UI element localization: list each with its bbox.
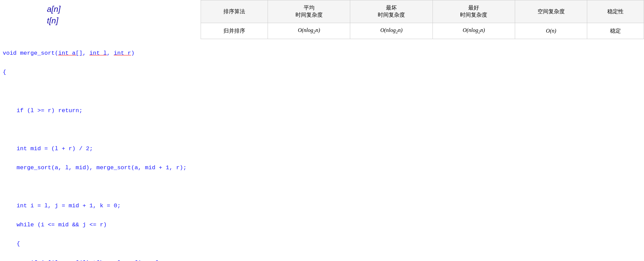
code-line-blank2	[3, 125, 194, 135]
complexity-table: 排序算法 平均 时间复杂度 最坏 时间复杂度 最好 时间复杂度 空间复杂度	[201, 0, 644, 39]
right-panel: 排序算法 平均 时间复杂度 最坏 时间复杂度 最好 时间复杂度 空间复杂度	[194, 0, 644, 261]
param-int-r: int r	[114, 50, 131, 56]
th-space-label: 空间复杂度	[518, 8, 584, 15]
handwritten-line-tn: t[n]	[47, 15, 194, 27]
param-int-l: int l	[89, 50, 107, 56]
code-line-while1: while (i <= mid && j <= r)	[3, 220, 194, 230]
th-worst: 最坏 时间复杂度	[350, 0, 433, 23]
code-line-mid: int mid = (l + r) / 2;	[3, 144, 194, 154]
th-avg: 平均 时间复杂度	[268, 0, 350, 23]
code-line-func-sig: void merge_sort(int a[], int l, int r)	[3, 49, 194, 58]
th-worst-label-top: 最坏	[353, 4, 429, 12]
th-best: 最好 时间复杂度	[433, 0, 515, 23]
th-stable-label: 稳定性	[590, 8, 641, 15]
param-int-a: int a[]	[58, 50, 82, 56]
code-line-blank3	[3, 182, 194, 192]
code-line-recursive: merge_sort(a, l, mid), merge_sort(a, mid…	[3, 163, 194, 173]
handwritten-annotations: a[n] t[n]	[47, 3, 194, 26]
comma2: ,	[107, 50, 114, 56]
best-complexity-value: O(nlog2n)	[463, 27, 485, 33]
comma1: ,	[83, 50, 89, 56]
th-stable: 稳定性	[587, 0, 644, 23]
code-block: void merge_sort(int a[], int l, int r) {…	[3, 30, 194, 261]
space-complexity-value: O(n)	[546, 28, 556, 34]
paren-close: )	[131, 50, 135, 56]
cell-space-complexity: O(n)	[515, 23, 587, 39]
worst-complexity-value: O(nlog2n)	[380, 27, 402, 33]
th-avg-label-bottom: 时间复杂度	[271, 12, 347, 19]
cell-best-complexity: O(nlog2n)	[433, 23, 515, 39]
code-line-blank1	[3, 87, 194, 96]
cell-stable: 稳定	[587, 23, 644, 39]
cell-algo-name: 归并排序	[201, 23, 268, 39]
cell-avg-complexity: O(nlog2n)	[268, 23, 350, 39]
left-panel: a[n] t[n] void merge_sort(int a[], int l…	[0, 0, 194, 261]
th-worst-label-bottom: 时间复杂度	[353, 12, 429, 19]
th-algo: 排序算法	[201, 0, 268, 23]
code-line-open-brace: {	[3, 68, 194, 77]
handwritten-line-an: a[n]	[47, 3, 194, 15]
code-line-if: if (l >= r) return;	[3, 106, 194, 116]
func-name: merge_sort(	[20, 50, 58, 56]
avg-complexity-value: O(nlog2n)	[298, 27, 320, 33]
table-row: 归并排序 O(nlog2n) O(nlog2n) O(nlog2n) O(n) …	[201, 23, 644, 39]
keyword-void: void	[3, 50, 20, 56]
th-avg-label-top: 平均	[271, 4, 347, 12]
th-best-label-top: 最好	[436, 4, 512, 12]
th-best-label-bottom: 时间复杂度	[436, 12, 512, 19]
code-line-if-inner: if (a[i] <= a[j]) t[k ++ ] = a[i ++ ];	[3, 258, 194, 261]
cell-worst-complexity: O(nlog2n)	[350, 23, 433, 39]
th-algo-label: 排序算法	[204, 8, 265, 15]
code-line-open-brace2: {	[3, 239, 194, 249]
th-space: 空间复杂度	[515, 0, 587, 23]
table-header-row: 排序算法 平均 时间复杂度 最坏 时间复杂度 最好 时间复杂度 空间复杂度	[201, 0, 644, 23]
code-line-ijk: int i = l, j = mid + 1, k = 0;	[3, 201, 194, 211]
